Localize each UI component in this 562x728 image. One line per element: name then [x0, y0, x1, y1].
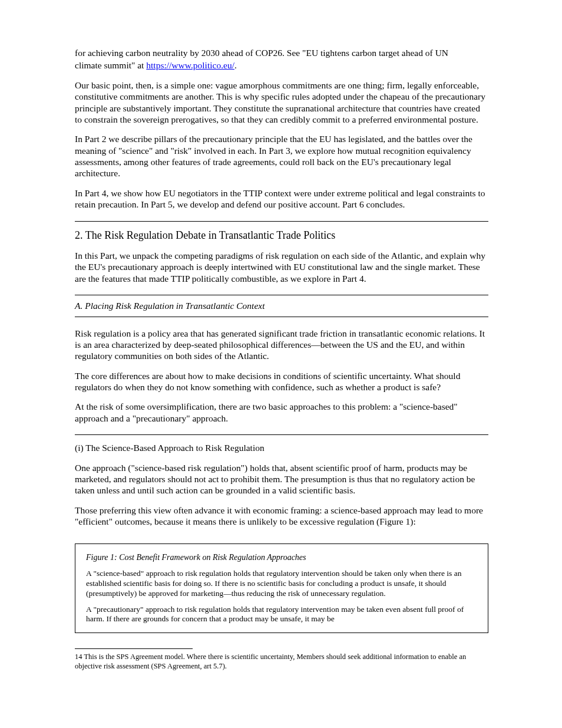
- footnote-text: This is the SPS Agreement model. Where t…: [75, 653, 466, 670]
- body-text: One approach ("science-based risk regula…: [75, 462, 488, 496]
- body-text: In Part 2 we describe pillars of the pre…: [75, 133, 488, 179]
- body-text-fragment: .: [234, 60, 237, 70]
- section-rule: [75, 434, 488, 435]
- footnote: 14 This is the SPS Agreement model. Wher…: [75, 653, 488, 671]
- figure-text: A "precautionary" approach to risk regul…: [86, 605, 477, 625]
- body-text: Our basic point, then, is a simple one: …: [75, 80, 488, 126]
- section-heading: 2. The Risk Regulation Debate in Transat…: [75, 229, 488, 242]
- body-text: Risk regulation is a policy area that ha…: [75, 328, 488, 362]
- section-rule: [75, 221, 488, 222]
- body-text: Those preferring this view often advance…: [75, 505, 488, 528]
- body-text: In Part 4, we show how EU negotiators in…: [75, 187, 488, 210]
- body-text-fragment: climate summit" at: [75, 60, 146, 70]
- figure-box: Figure 1: Cost Benefit Framework on Risk…: [75, 543, 488, 633]
- reference-link[interactable]: https://www.politico.eu/: [146, 60, 234, 70]
- body-text: for achieving carbon neutrality by 2030 …: [75, 47, 488, 58]
- figure-title: Figure 1: Cost Benefit Framework on Risk…: [86, 552, 477, 563]
- section-rule: [75, 295, 488, 295]
- body-text: The core differences are about how to ma…: [75, 370, 488, 393]
- body-text: In this Part, we unpack the competing pa…: [75, 250, 488, 284]
- footnote-number: 14: [75, 653, 82, 661]
- footnote-rule: [75, 648, 193, 649]
- subsection-heading: A. Placing Risk Regulation in Transatlan…: [75, 300, 488, 311]
- section-rule: [75, 317, 488, 317]
- body-text: climate summit" at https://www.politico.…: [75, 60, 488, 71]
- body-text: At the risk of some oversimplification, …: [75, 401, 488, 424]
- subsection-heading: (i) The Science-Based Approach to Risk R…: [75, 442, 488, 453]
- figure-text: A "science-based" approach to risk regul…: [86, 569, 477, 599]
